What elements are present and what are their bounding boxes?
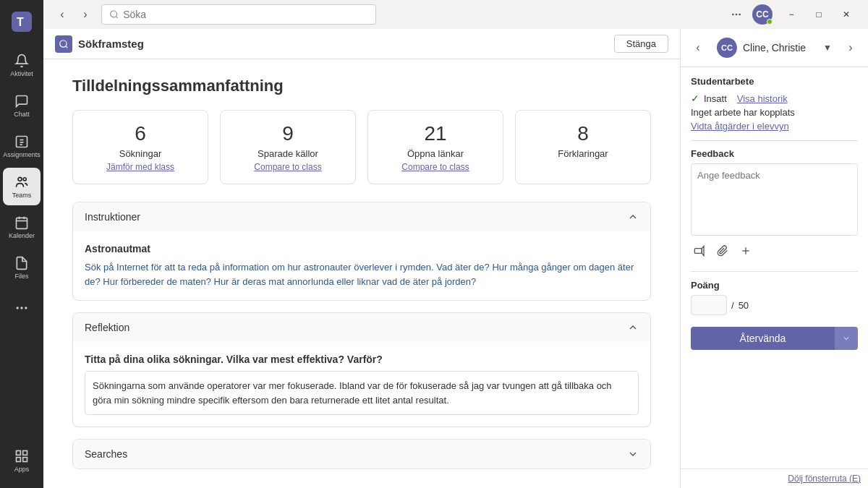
sidebar-item-kalender[interactable]: Kalender bbox=[3, 208, 41, 246]
stat-compare-sokningar[interactable]: Jämför med klass bbox=[106, 162, 174, 172]
section-subtitle-reflektion: Titta på dina olika sökningar. Vilka var… bbox=[85, 354, 639, 365]
student-work-label: Studentarbete bbox=[691, 76, 858, 87]
sidebar-item-chatt[interactable]: Chatt bbox=[3, 87, 41, 124]
svg-point-21 bbox=[733, 14, 733, 14]
minimize-button[interactable]: − bbox=[778, 4, 804, 25]
avatar[interactable]: CC bbox=[752, 4, 773, 25]
apps-icon bbox=[14, 448, 30, 464]
svg-rect-16 bbox=[23, 451, 27, 455]
rp-next-button[interactable]: › bbox=[841, 38, 861, 58]
view-student-link[interactable]: Vidta åtgärder i elevvyn bbox=[691, 121, 858, 132]
svg-point-23 bbox=[739, 14, 740, 14]
svg-point-7 bbox=[23, 178, 26, 181]
sub-header-icon bbox=[55, 35, 72, 53]
svg-rect-15 bbox=[17, 451, 21, 455]
section-header-instruktioner[interactable]: Instruktioner bbox=[73, 202, 650, 231]
stat-card-oppna: 21 Öppna länkar Compare to class bbox=[367, 110, 503, 184]
add-btn[interactable] bbox=[737, 242, 754, 260]
svg-point-12 bbox=[17, 307, 18, 309]
no-work-info: Inget arbete har kopplats bbox=[691, 107, 858, 118]
online-status-dot bbox=[767, 19, 773, 25]
collapse-icon-reflektion bbox=[627, 322, 639, 333]
svg-point-14 bbox=[25, 307, 27, 309]
feedback-textarea[interactable] bbox=[691, 163, 858, 236]
sidebar-item-aktivitet[interactable]: Aktivitet bbox=[3, 46, 41, 84]
section-searches: Searches bbox=[72, 439, 651, 469]
attach-btn[interactable] bbox=[714, 242, 731, 260]
points-max: 50 bbox=[739, 300, 749, 311]
more-icon bbox=[14, 300, 30, 316]
assignments-icon bbox=[14, 134, 30, 150]
submitted-label: Insatt bbox=[704, 93, 727, 104]
svg-rect-18 bbox=[23, 458, 27, 462]
assignment-area: Tilldelningssammanfattning 6 Sökningar J… bbox=[43, 59, 680, 488]
section-response-reflektion: Sökningarna som använde operatorer var m… bbox=[85, 371, 639, 415]
expand-icon-searches bbox=[627, 448, 639, 460]
feedback-label: Feedback bbox=[691, 148, 858, 159]
svg-marker-27 bbox=[702, 246, 704, 255]
return-dropdown-button[interactable] bbox=[835, 327, 858, 350]
section-text-instruktioner: Sök på Internet för att ta reda på infor… bbox=[85, 260, 639, 288]
forward-button[interactable]: › bbox=[75, 4, 95, 25]
stat-label-sokningar: Sökningar bbox=[119, 148, 162, 159]
section-header-reflektion[interactable]: Reflektion bbox=[73, 313, 650, 342]
plus-icon bbox=[740, 245, 752, 257]
search-input[interactable] bbox=[123, 9, 368, 20]
chevron-down-icon: ▼ bbox=[823, 43, 832, 53]
svg-text:T: T bbox=[17, 16, 24, 28]
bell-icon bbox=[14, 53, 30, 69]
history-link[interactable]: Visa historik bbox=[737, 93, 788, 104]
section-title-searches: Searches bbox=[85, 448, 127, 460]
search-box[interactable] bbox=[101, 4, 376, 25]
return-button[interactable]: Återvända bbox=[691, 327, 835, 350]
stat-number-sparade: 9 bbox=[282, 122, 294, 145]
svg-point-6 bbox=[18, 177, 22, 181]
paperclip-icon bbox=[717, 245, 728, 257]
stat-label-oppna: Öppna länkar bbox=[407, 148, 464, 159]
video-icon bbox=[694, 245, 705, 257]
restore-button[interactable]: □ bbox=[806, 4, 832, 25]
sidebar-item-assignments[interactable]: Assignments bbox=[3, 127, 41, 165]
sidebar-item-kalender-label: Kalender bbox=[9, 232, 35, 239]
student-selector[interactable]: CC Cline, Christie ▼ bbox=[711, 35, 838, 61]
content-panel: Sökframsteg Stänga Tilldelningssammanfat… bbox=[43, 29, 680, 488]
back-button[interactable]: ‹ bbox=[52, 4, 72, 25]
svg-point-22 bbox=[736, 14, 736, 14]
divider-2 bbox=[691, 271, 858, 272]
points-label: Poäng bbox=[691, 280, 720, 291]
sidebar-item-more[interactable] bbox=[3, 289, 41, 327]
more-options-button[interactable] bbox=[726, 4, 746, 25]
svg-line-25 bbox=[66, 46, 68, 48]
chevron-down-return-icon bbox=[842, 334, 851, 343]
window-controls: − □ ✕ bbox=[778, 4, 859, 25]
stat-compare-oppna[interactable]: Compare to class bbox=[401, 162, 469, 172]
stat-number-forklaringar: 8 bbox=[577, 122, 589, 145]
hide-panel-bar[interactable]: Dölj fönsterruta (E) bbox=[681, 468, 868, 488]
rp-prev-button[interactable]: ‹ bbox=[688, 38, 708, 58]
right-panel: ‹ CC Cline, Christie ▼ › Studentarbete ✓… bbox=[680, 29, 868, 488]
svg-point-24 bbox=[60, 40, 67, 46]
video-btn[interactable] bbox=[691, 242, 708, 260]
sidebar-item-files[interactable]: Files bbox=[3, 249, 41, 286]
checkmark-icon: ✓ bbox=[691, 93, 699, 104]
points-row: / 50 bbox=[691, 295, 858, 315]
titlebar-actions: CC − □ ✕ bbox=[726, 4, 859, 25]
sidebar-item-teams[interactable]: Teams bbox=[3, 168, 41, 205]
svg-point-13 bbox=[21, 307, 22, 309]
points-input[interactable] bbox=[691, 295, 727, 315]
section-title-instruktioner: Instruktioner bbox=[85, 211, 140, 223]
close-button[interactable]: ✕ bbox=[833, 4, 859, 25]
section-body-instruktioner: Astronautmat Sök på Internet för att ta … bbox=[73, 231, 650, 300]
sidebar-item-apps-label: Apps bbox=[14, 466, 30, 473]
section-header-searches[interactable]: Searches bbox=[73, 440, 650, 468]
collapse-icon bbox=[627, 211, 639, 223]
stat-compare-sparade[interactable]: Compare to class bbox=[254, 162, 321, 172]
sidebar-item-files-label: Files bbox=[14, 273, 28, 280]
teams-logo[interactable]: T bbox=[6, 6, 38, 38]
chat-icon bbox=[14, 93, 30, 109]
close-panel-button[interactable]: Stänga bbox=[614, 35, 668, 53]
sidebar-item-apps[interactable]: Apps bbox=[3, 442, 41, 479]
sidebar: T Aktivitet Chatt Assignments Teams Kale… bbox=[0, 0, 43, 488]
calendar-icon bbox=[14, 215, 30, 231]
student-name: Cline, Christie bbox=[743, 42, 806, 53]
